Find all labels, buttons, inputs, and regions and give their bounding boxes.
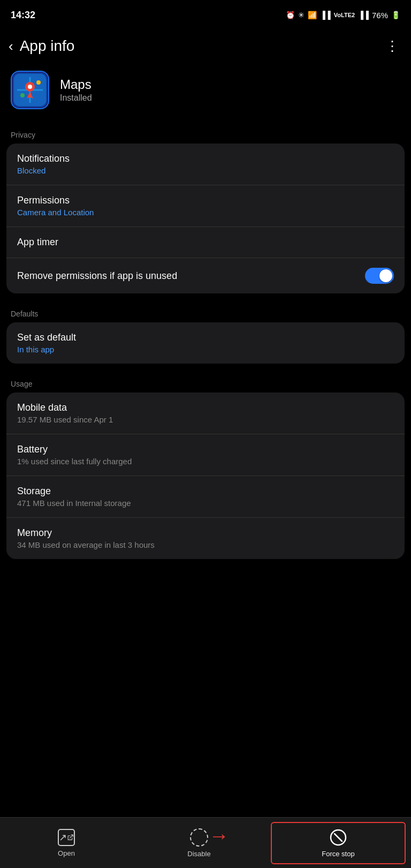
app-timer-item[interactable]: App timer: [6, 227, 405, 258]
storage-title: Storage: [17, 486, 394, 497]
remove-permissions-toggle[interactable]: [365, 268, 394, 284]
app-info-row: Maps Installed: [0, 65, 411, 125]
storage-item[interactable]: Storage 471 MB used in Internal storage: [6, 475, 405, 517]
bluetooth-icon: ✳: [298, 11, 305, 19]
permissions-title: Permissions: [17, 195, 394, 206]
svg-point-6: [28, 85, 32, 89]
svg-point-8: [36, 80, 41, 85]
app-name-block: Maps Installed: [60, 77, 92, 103]
lte-icon: VoLTE2: [334, 12, 355, 18]
mobile-data-item[interactable]: Mobile data 19.57 MB used since Apr 1: [6, 393, 405, 434]
content-area: Maps Installed Privacy Notifications Blo…: [0, 65, 411, 616]
force-stop-icon: [329, 828, 347, 847]
app-name: Maps: [60, 77, 92, 92]
app-timer-title: App timer: [17, 237, 394, 248]
disable-label: Disable: [187, 850, 210, 858]
status-icons: ⏰ ✳ 📶 ▐▐ VoLTE2 ▐▐ 76% 🔋: [286, 11, 400, 20]
page-title: App info: [20, 37, 75, 55]
header-left: ‹ App info: [9, 37, 74, 55]
overflow-menu-button[interactable]: ⋮: [385, 38, 400, 55]
svg-point-7: [20, 93, 25, 97]
toggle-knob: [379, 269, 392, 282]
open-icon: [58, 829, 75, 846]
force-stop-nav-item[interactable]: Force stop: [271, 822, 406, 864]
memory-title: Memory: [17, 527, 394, 539]
alarm-icon: ⏰: [286, 11, 295, 19]
permissions-item[interactable]: Permissions Camera and Location: [6, 185, 405, 227]
disable-nav-item[interactable]: Disable: [133, 823, 265, 863]
battery-icon: 🔋: [391, 11, 400, 19]
notifications-item[interactable]: Notifications Blocked: [6, 144, 405, 185]
set-as-default-subtitle: In this app: [17, 345, 394, 354]
bottom-nav: Open Disable Force stop: [0, 817, 411, 868]
header: ‹ App info ⋮: [0, 27, 411, 65]
privacy-section-label: Privacy: [0, 125, 411, 144]
svg-line-10: [334, 834, 342, 841]
app-install-status: Installed: [60, 93, 92, 103]
memory-item[interactable]: Memory 34 MB used on average in last 3 h…: [6, 517, 405, 559]
signal-icon: ▐▐: [320, 11, 331, 19]
defaults-section-label: Defaults: [0, 304, 411, 322]
open-nav-item[interactable]: Open: [0, 824, 133, 863]
remove-permissions-row: Remove permissions if app is unused: [17, 268, 394, 284]
battery-text: 76%: [372, 11, 388, 20]
mobile-data-subtitle: 19.57 MB used since Apr 1: [17, 415, 394, 424]
open-label: Open: [58, 849, 75, 857]
status-time: 14:32: [11, 10, 35, 21]
notifications-subtitle: Blocked: [17, 166, 394, 175]
memory-subtitle: 34 MB used on average in last 3 hours: [17, 540, 394, 549]
set-as-default-title: Set as default: [17, 332, 394, 343]
usage-section-label: Usage: [0, 374, 411, 393]
usage-card: Mobile data 19.57 MB used since Apr 1 Ba…: [6, 393, 405, 559]
privacy-card: Notifications Blocked Permissions Camera…: [6, 144, 405, 293]
battery-subtitle: 1% used since last fully charged: [17, 457, 394, 466]
notifications-title: Notifications: [17, 153, 394, 164]
storage-subtitle: 471 MB used in Internal storage: [17, 499, 394, 508]
battery-title: Battery: [17, 444, 394, 455]
wifi-icon: 📶: [308, 11, 317, 19]
back-button[interactable]: ‹: [9, 38, 13, 55]
arrow-right-icon: →: [209, 825, 229, 848]
battery-item[interactable]: Battery 1% used since last fully charged: [6, 434, 405, 475]
remove-permissions-title: Remove permissions if app is unused: [17, 270, 177, 282]
disable-icon: [190, 828, 208, 847]
mobile-data-title: Mobile data: [17, 402, 394, 413]
defaults-card: Set as default In this app: [6, 322, 405, 364]
set-as-default-item[interactable]: Set as default In this app: [6, 322, 405, 364]
app-icon: [11, 71, 49, 109]
arrow-annotation: →: [209, 825, 229, 848]
permissions-subtitle: Camera and Location: [17, 208, 394, 217]
signal2-icon: ▐▐: [358, 11, 369, 19]
status-bar: 14:32 ⏰ ✳ 📶 ▐▐ VoLTE2 ▐▐ 76% 🔋: [0, 0, 411, 27]
remove-permissions-item[interactable]: Remove permissions if app is unused: [6, 258, 405, 293]
force-stop-label: Force stop: [322, 850, 354, 858]
